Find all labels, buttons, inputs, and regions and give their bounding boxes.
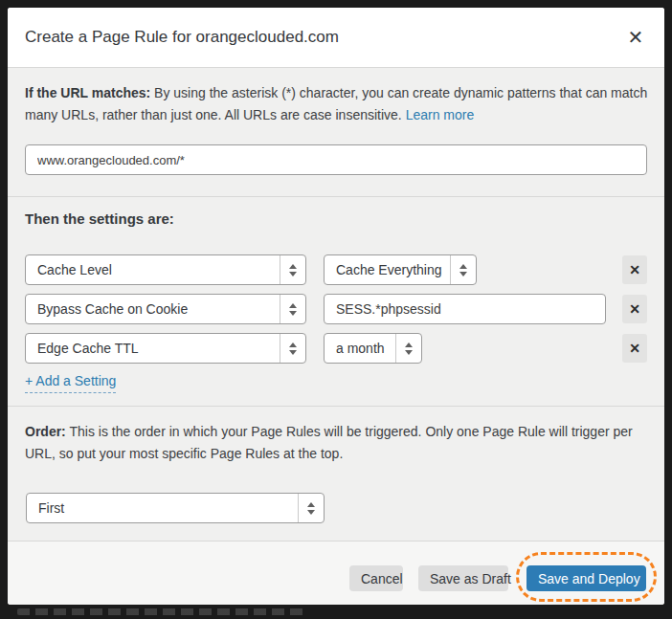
order-text: Order: This is the order in which your P…	[25, 421, 653, 465]
setting-type-value: Bypass Cache on Cookie	[26, 295, 280, 323]
cancel-button[interactable]: Cancel	[349, 565, 403, 591]
setting-row: Edge Cache TTL a month ✕	[25, 333, 647, 364]
close-icon[interactable]: ✕	[621, 23, 650, 52]
settings-section: Then the settings are: Cache Level Cache…	[8, 196, 664, 406]
select-arrows-icon	[298, 494, 324, 522]
select-arrows-icon	[395, 334, 421, 363]
remove-setting-button[interactable]: ✕	[622, 334, 647, 363]
select-arrows-icon	[280, 334, 305, 363]
setting-type-select[interactable]: Bypass Cache on Cookie	[25, 294, 306, 324]
url-pattern-input[interactable]	[25, 144, 647, 175]
save-as-draft-button[interactable]: Save as Draft	[418, 565, 508, 591]
add-setting-link[interactable]: + Add a Setting	[25, 373, 116, 393]
setting-value-input[interactable]	[324, 294, 606, 324]
select-arrows-icon	[280, 295, 305, 323]
setting-type-select[interactable]: Cache Level	[25, 254, 306, 285]
obscured-background-text	[17, 608, 304, 615]
modal-header: Create a Page Rule for orangeclouded.com…	[8, 8, 664, 67]
order-description: This is the order in which your Page Rul…	[25, 424, 633, 461]
setting-row: Bypass Cache on Cookie ✕	[25, 294, 647, 324]
remove-setting-button[interactable]: ✕	[622, 255, 647, 284]
select-arrows-icon	[450, 255, 476, 284]
remove-setting-button[interactable]: ✕	[622, 295, 647, 323]
modal-footer: Cancel Save as Draft Save and Deploy	[8, 541, 664, 605]
modal-title: Create a Page Rule for orangeclouded.com	[25, 8, 339, 67]
url-match-text: If the URL matches: By using the asteris…	[25, 82, 653, 126]
order-value: First	[27, 494, 298, 522]
create-page-rule-modal: Create a Page Rule for orangeclouded.com…	[8, 8, 664, 605]
setting-value: a month	[325, 334, 395, 363]
order-select[interactable]: First	[26, 493, 325, 523]
setting-value-select[interactable]: Cache Everything	[324, 254, 477, 285]
order-section: Order: This is the order in which your P…	[8, 406, 664, 541]
setting-value: Cache Everything	[325, 255, 450, 284]
save-and-deploy-button[interactable]: Save and Deploy	[526, 565, 646, 591]
setting-type-select[interactable]: Edge Cache TTL	[25, 333, 306, 364]
setting-row: Cache Level Cache Everything ✕	[25, 254, 647, 285]
learn-more-link[interactable]: Learn more	[406, 107, 475, 122]
url-match-label: If the URL matches:	[25, 85, 150, 100]
setting-value-select[interactable]: a month	[324, 333, 422, 364]
select-arrows-icon	[280, 255, 305, 284]
settings-heading: Then the settings are:	[25, 210, 174, 227]
setting-type-value: Cache Level	[26, 255, 280, 284]
setting-type-value: Edge Cache TTL	[26, 334, 280, 363]
url-match-section: If the URL matches: By using the asteris…	[8, 67, 664, 196]
order-label: Order:	[25, 424, 66, 439]
